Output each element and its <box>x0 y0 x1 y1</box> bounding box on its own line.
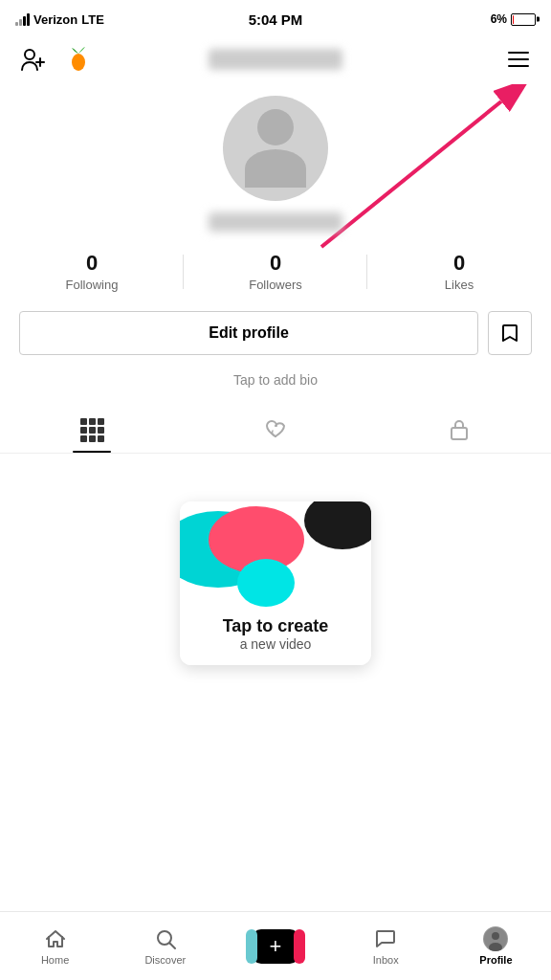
top-nav-left <box>15 42 96 77</box>
profile-nav-icon <box>483 926 508 951</box>
nav-inbox[interactable]: Inbox <box>331 926 441 966</box>
hamburger-line-2 <box>508 58 529 60</box>
svg-point-3 <box>72 54 85 71</box>
nav-profile[interactable]: Profile <box>441 926 551 966</box>
status-bar: Verizon LTE 5:04 PM 6% <box>0 0 551 34</box>
hamburger-menu-button[interactable] <box>501 42 536 77</box>
tab-private[interactable] <box>367 407 551 453</box>
nav-home[interactable]: Home <box>0 926 110 966</box>
status-time: 5:04 PM <box>249 11 303 28</box>
bio-placeholder[interactable]: Tap to add bio <box>233 372 318 388</box>
bookmark-button[interactable] <box>488 311 532 355</box>
add-user-button[interactable] <box>15 42 50 77</box>
blob-teal2 <box>237 559 295 607</box>
profile-nav-avatar <box>483 926 508 951</box>
profile-section: 0 Following 0 Followers 0 Likes Edit pro… <box>0 84 551 454</box>
nav-create[interactable]: + <box>220 929 330 964</box>
username-display <box>209 49 342 70</box>
nav-profile-label: Profile <box>479 954 512 966</box>
blob-black <box>304 501 371 549</box>
create-card-text: Tap to create a new video <box>180 607 371 665</box>
signal-icon <box>15 12 30 26</box>
action-buttons-row: Edit profile <box>0 311 551 355</box>
nav-inbox-label: Inbox <box>373 954 399 966</box>
battery-fill <box>513 15 514 24</box>
create-card-line2: a new video <box>191 636 360 652</box>
profile-stats: 0 Following 0 Followers 0 Likes <box>0 251 551 292</box>
create-card-image <box>180 501 371 607</box>
following-label: Following <box>66 278 119 292</box>
battery-icon <box>511 13 536 26</box>
content-area: Tap to create a new video <box>0 454 551 683</box>
svg-point-10 <box>492 932 499 940</box>
discover-icon <box>153 926 178 951</box>
profile-tabs <box>0 407 551 454</box>
avatar-person <box>245 109 306 188</box>
carrot-icon[interactable] <box>61 42 96 77</box>
stat-likes[interactable]: 0 Likes <box>367 251 551 292</box>
carrier-name: Verizon <box>33 12 77 27</box>
svg-point-0 <box>25 50 34 59</box>
top-nav <box>0 34 551 84</box>
network-type: LTE <box>81 12 104 27</box>
display-name <box>209 212 342 232</box>
bottom-nav: Home Discover + Inbox <box>0 911 551 980</box>
hamburger-line-1 <box>508 52 529 54</box>
grid-icon <box>80 418 104 442</box>
hamburger-line-3 <box>508 65 529 67</box>
followers-count: 0 <box>270 251 281 276</box>
avatar-body <box>245 149 306 188</box>
username-blur <box>209 49 342 70</box>
create-card-line1: Tap to create <box>191 616 360 636</box>
svg-rect-6 <box>452 428 467 439</box>
profile-avatar <box>223 96 328 201</box>
inbox-icon <box>373 926 398 951</box>
battery-area: 6% <box>491 12 536 26</box>
create-button[interactable]: + <box>252 929 299 964</box>
battery-percentage: 6% <box>491 12 507 26</box>
tab-videos[interactable] <box>0 407 184 453</box>
nav-discover[interactable]: Discover <box>110 926 220 966</box>
followers-label: Followers <box>249 278 302 292</box>
tab-liked[interactable] <box>184 407 367 453</box>
stat-following[interactable]: 0 Following <box>0 251 184 292</box>
carrier-info: Verizon LTE <box>15 12 104 27</box>
following-count: 0 <box>86 251 98 276</box>
svg-line-8 <box>169 944 175 949</box>
stat-followers[interactable]: 0 Followers <box>184 251 367 292</box>
home-icon <box>43 926 68 951</box>
likes-label: Likes <box>445 278 474 292</box>
avatar-head <box>257 109 294 145</box>
plus-icon: + <box>270 936 282 957</box>
create-video-card[interactable]: Tap to create a new video <box>180 501 371 665</box>
nav-home-label: Home <box>41 954 69 966</box>
nav-discover-label: Discover <box>144 954 186 966</box>
edit-profile-button[interactable]: Edit profile <box>19 311 478 355</box>
likes-count: 0 <box>453 251 465 276</box>
